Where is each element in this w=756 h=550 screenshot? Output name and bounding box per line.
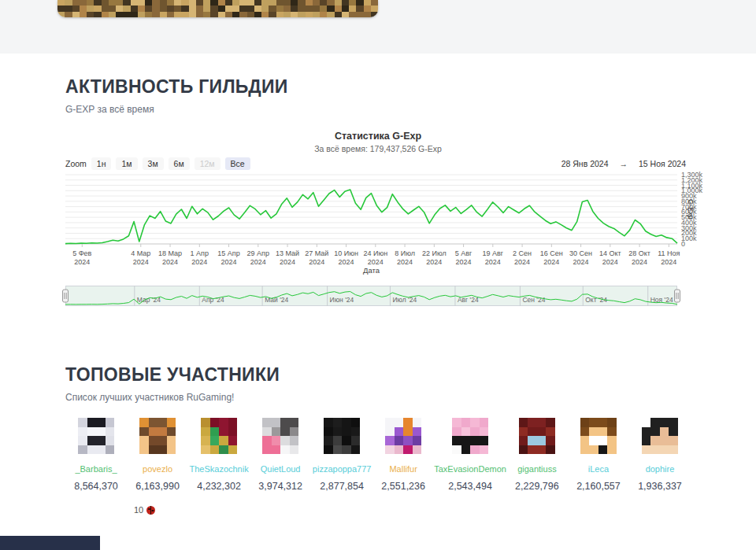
navigator-handle-right[interactable]	[675, 290, 680, 302]
svg-text:11 Ноя2024: 11 Ноя2024	[658, 249, 680, 266]
zoom-button-Все[interactable]: Все	[225, 157, 250, 170]
chart-svg[interactable]: 0100k200k300k400k500k600k700k800k900k1,0…	[65, 172, 691, 277]
svg-text:14 Окт2024: 14 Окт2024	[599, 249, 621, 266]
member-name-link[interactable]: gigantiuss	[517, 464, 557, 474]
gexp-chart: Статистика G-Exp За всё время: 179,437,5…	[65, 131, 691, 313]
svg-text:Июн '24: Июн '24	[330, 296, 354, 304]
top-band	[0, 0, 756, 54]
svg-text:8 Июл2024: 8 Июл2024	[395, 249, 415, 266]
member-card: QuietLoud3,974,312	[250, 418, 311, 492]
navigator-handle-left[interactable]	[63, 290, 69, 302]
svg-text:29 Апр2024: 29 Апр2024	[247, 249, 269, 266]
zoom-label: Zoom	[65, 159, 87, 168]
top-members-subtitle: Список лучших участников RuGaming!	[65, 392, 280, 403]
range-to-input[interactable]: 15 Ноя 2024	[639, 159, 686, 168]
zoom-button-1м[interactable]: 1м	[116, 157, 137, 170]
member-card: TaxEvasionDemon2,543,494	[434, 418, 506, 492]
member-avatar[interactable]	[262, 418, 298, 454]
chart-controls: Zoom 1н1м3м6м12мВсе 28 Янв 2024 → 15 Ноя…	[65, 157, 686, 170]
member-card: povezlo6,163,990	[127, 418, 188, 492]
footer	[0, 536, 100, 550]
svg-text:1,300k: 1,300k	[681, 171, 703, 179]
zoom-button-3м[interactable]: 3м	[143, 157, 164, 170]
member-gexp-value: 1,936,337	[638, 481, 682, 492]
members-grid: _Barbaris_8,564,370povezlo6,163,990TheSk…	[65, 418, 691, 492]
member-name-link[interactable]: _Barbaris_	[75, 464, 117, 474]
top-members-title: ТОПОВЫЕ УЧАСТНИКИ	[65, 364, 280, 385]
member-gexp-value: 2,229,796	[515, 481, 559, 492]
zoom-button-12м[interactable]: 12м	[195, 157, 220, 170]
range-arrow-icon: →	[620, 159, 628, 168]
chart-subtitle: За всё время: 179,437,526 G-Exp	[65, 144, 691, 153]
member-avatar[interactable]	[324, 418, 360, 454]
svg-text:1 Апр2024: 1 Апр2024	[191, 249, 209, 266]
range-from-input[interactable]: 28 Янв 2024	[561, 159, 609, 168]
svg-text:19 Авг2024: 19 Авг2024	[483, 249, 504, 266]
member-card: _Barbaris_8,564,370	[65, 418, 127, 492]
banner-image	[57, 0, 378, 17]
member-name-link[interactable]: povezlo	[143, 464, 172, 474]
svg-text:24 Июн2024: 24 Июн2024	[363, 249, 387, 266]
guild-activity-subtitle: G-EXP за всё время	[65, 104, 288, 115]
member-avatar[interactable]	[519, 418, 555, 454]
svg-text:27 Май2024: 27 Май2024	[305, 249, 328, 266]
zoom-button-1н[interactable]: 1н	[91, 157, 112, 170]
svg-text:15 Апр2024: 15 Апр2024	[217, 249, 239, 266]
member-name-link[interactable]: TaxEvasionDemon	[434, 464, 506, 474]
member-card: pizzapoppa7772,877,854	[311, 418, 372, 492]
member-name-link[interactable]: pizzapoppa777	[313, 464, 372, 474]
page-indicator: 10	[134, 505, 155, 515]
svg-text:22 Июл2024: 22 Июл2024	[422, 249, 447, 266]
member-gexp-value: 6,163,990	[135, 481, 180, 492]
member-name-link[interactable]: dophire	[646, 464, 675, 474]
member-avatar[interactable]	[139, 418, 176, 454]
member-name-link[interactable]: Mallifur	[389, 464, 417, 474]
svg-text:Дата: Дата	[363, 266, 380, 275]
svg-text:18 Мар2024: 18 Мар2024	[158, 249, 182, 266]
member-gexp-value: 8,564,370	[74, 481, 118, 492]
member-card: Mallifur2,551,236	[372, 418, 434, 492]
guild-activity-section: АКТИВНОСТЬ ГИЛЬДИИ G-EXP за всё время	[65, 76, 288, 115]
member-avatar[interactable]	[452, 418, 488, 454]
member-avatar[interactable]	[642, 418, 678, 454]
member-card: iLeca2,160,557	[568, 418, 629, 492]
member-avatar[interactable]	[580, 418, 617, 454]
member-gexp-value: 2,543,494	[448, 481, 492, 492]
member-gexp-value: 3,974,312	[258, 481, 302, 492]
svg-text:G-Exp: G-Exp	[687, 199, 695, 220]
member-gexp-value: 2,877,854	[320, 481, 364, 492]
svg-text:2 Сен2024: 2 Сен2024	[513, 249, 532, 266]
svg-text:5 Авг2024: 5 Авг2024	[455, 249, 472, 266]
svg-text:30 Сен2024: 30 Сен2024	[569, 249, 592, 266]
zoom-button-6м[interactable]: 6м	[169, 157, 190, 170]
top-members-section: ТОПОВЫЕ УЧАСТНИКИ Список лучших участник…	[65, 364, 280, 403]
navigator-svg[interactable]: Мар '24Апр '24Май '24Июн '24Июл '24Авг '…	[65, 286, 677, 306]
svg-text:13 Май2024: 13 Май2024	[276, 249, 299, 266]
member-card: dophire1,936,337	[629, 418, 691, 492]
member-name-link[interactable]: QuietLoud	[261, 464, 301, 474]
svg-text:10 Июн2024: 10 Июн2024	[334, 249, 358, 266]
svg-text:28 Окт2024: 28 Окт2024	[628, 249, 650, 266]
member-avatar[interactable]	[78, 418, 114, 454]
member-gexp-value: 2,551,236	[381, 481, 425, 492]
member-card: TheSkazochnik4,232,302	[188, 418, 250, 492]
member-card: gigantiuss2,229,796	[506, 418, 568, 492]
member-avatar[interactable]	[385, 418, 421, 454]
member-name-link[interactable]: TheSkazochnik	[189, 464, 248, 474]
member-gexp-value: 4,232,302	[197, 481, 241, 492]
svg-text:Июл '24: Июл '24	[392, 296, 417, 304]
chart-title: Статистика G-Exp	[65, 131, 691, 142]
zoom-buttons: 1н1м3м6м12мВсе	[91, 157, 250, 170]
member-gexp-value: 2,160,557	[576, 481, 621, 492]
ladybug-icon	[146, 506, 155, 515]
member-avatar[interactable]	[201, 418, 237, 454]
guild-activity-title: АКТИВНОСТЬ ГИЛЬДИИ	[65, 76, 288, 97]
svg-text:5 Фев2024: 5 Фев2024	[72, 249, 91, 266]
page-indicator-count: 10	[134, 505, 143, 515]
member-name-link[interactable]: iLeca	[588, 464, 609, 474]
svg-text:16 Сен2024: 16 Сен2024	[540, 249, 563, 266]
svg-text:4 Мар2024: 4 Мар2024	[131, 249, 150, 266]
